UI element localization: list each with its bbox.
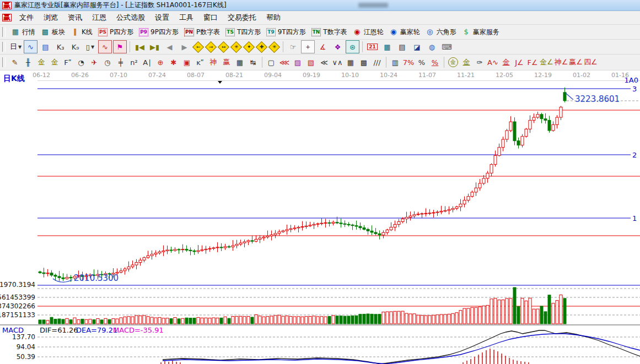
tool-first-page[interactable]: ▮◀: [133, 40, 147, 53]
tool-gold-angle[interactable]: 金∠: [540, 56, 553, 69]
tool-diamond-plus[interactable]: ✚: [256, 41, 267, 52]
tool-kline[interactable]: ∥K线: [68, 26, 95, 39]
tool-quotes[interactable]: ▦行情: [8, 26, 38, 39]
tool-k9-view[interactable]: K₉: [68, 40, 82, 53]
tool-last-page[interactable]: ▶▮: [148, 40, 162, 53]
tool-hand-tool[interactable]: ☞: [286, 40, 300, 53]
tool-t-number-table[interactable]: TNT数字表: [309, 26, 350, 39]
tool-diamond-both[interactable]: ↔: [218, 41, 229, 52]
tool-hexagon[interactable]: ◎六角形: [423, 26, 459, 39]
tool-a-wave[interactable]: A∿: [487, 56, 499, 69]
menu-item-settings[interactable]: 设置: [150, 12, 174, 24]
tool-gold-circle[interactable]: 金: [447, 56, 459, 69]
tool-clock-cycle[interactable]: ◷: [101, 56, 114, 69]
tool-gold-ladder-2[interactable]: 金: [49, 56, 61, 69]
menu-item-help[interactable]: 帮助: [262, 12, 285, 24]
tool-9p-square[interactable]: P99P四方形: [136, 26, 181, 39]
menu-item-tools[interactable]: 工具: [175, 12, 198, 24]
date-tick: 12-05: [496, 72, 513, 79]
tool-diamond-star-2[interactable]: ✳: [268, 41, 280, 52]
tool-mark-pen[interactable]: ✑: [474, 56, 486, 69]
tool-info-panel[interactable]: ▤: [39, 40, 52, 53]
menu-item-news[interactable]: 资讯: [63, 12, 87, 24]
tool-k3-view[interactable]: K₃: [53, 40, 67, 53]
tool-gann-shape-tool[interactable]: ❖: [331, 40, 345, 53]
tool-winner-service[interactable]: $赢家服务: [459, 26, 502, 39]
tool-gold-ladder-1[interactable]: 金: [35, 56, 47, 69]
menu-item-browse[interactable]: 浏览: [39, 12, 62, 24]
tool-target-cross[interactable]: ⊕: [154, 56, 166, 69]
chart-area[interactable]: 06-1206-2607-1007-2408-0708-2109-0409-19…: [0, 70, 640, 364]
tool-boxed-grid[interactable]: ▣: [181, 56, 193, 69]
tool-shen-ladder[interactable]: 神: [207, 56, 219, 69]
tool-p-number-table[interactable]: PNP数字表: [181, 26, 223, 39]
tool-percent[interactable]: %: [416, 56, 428, 69]
tool-rocket-pen[interactable]: ✈: [88, 56, 100, 69]
tool-diamond-center[interactable]: ✦: [243, 41, 255, 52]
tool-j-angle[interactable]: J∠: [513, 56, 525, 69]
tool-notes[interactable]: ▤: [395, 40, 409, 53]
tool-four-angle[interactable]: 四∠: [584, 56, 598, 69]
tool-diamond-left[interactable]: ←: [192, 41, 204, 52]
kline-chart[interactable]: 06-1206-2607-1007-2408-0708-2109-0409-19…: [0, 70, 640, 364]
tool-diamond-star[interactable]: ✳: [230, 41, 242, 52]
tool-t-square[interactable]: TST四方形: [223, 26, 263, 39]
tool-shen-angle[interactable]: 神∠: [555, 56, 568, 69]
tool-parallel-lines[interactable]: ///: [371, 56, 383, 69]
tool-9t-square[interactable]: T99T四方形: [263, 26, 308, 39]
tool-mesh-tool[interactable]: ⊛: [346, 40, 359, 53]
tool-web-save[interactable]: ◍: [425, 40, 439, 53]
tool-fan-lines[interactable]: ⋘: [278, 56, 291, 69]
tool-p-square[interactable]: PSP四方形: [95, 26, 136, 39]
menu-item-file[interactable]: 文件: [15, 12, 38, 24]
tool-pencil-fan[interactable]: ≪: [318, 56, 330, 69]
tool-winner-wheel[interactable]: ◉赢家轮: [386, 26, 423, 39]
tool-box-tool[interactable]: ▢: [265, 56, 277, 69]
tool-flag-histogram-tool[interactable]: ⚑: [113, 40, 127, 53]
tool-remote-pc[interactable]: ⌨: [440, 40, 454, 53]
tool-candle-style[interactable]: ▯▼: [83, 40, 97, 53]
toolbar-separator: [444, 57, 444, 68]
tool-sectors[interactable]: ▩板块: [38, 26, 68, 39]
menu-item-window[interactable]: 窗口: [199, 12, 222, 24]
tool-width-measure[interactable]: ↹: [247, 56, 259, 69]
tool-percent-line[interactable]: %: [429, 56, 441, 69]
tool-bar-panel[interactable]: ▥: [389, 56, 401, 69]
tool-dense-grid[interactable]: ▦: [234, 56, 246, 69]
tool-save[interactable]: ◪: [410, 40, 424, 53]
tool-fan-box-purple[interactable]: ▨: [292, 56, 304, 69]
tool-next-page[interactable]: ▶: [178, 40, 191, 53]
tool-grid-b[interactable]: ▩: [358, 56, 370, 69]
tool-draw-pen[interactable]: ✎: [9, 56, 21, 69]
tool-calculator[interactable]: ▦: [380, 40, 394, 53]
tool-win-ladder[interactable]: 赢: [220, 56, 233, 69]
tool-angle-tool[interactable]: ∡: [316, 40, 330, 53]
tool-percent-7[interactable]: 7%: [402, 56, 415, 69]
tool-gann-ladder-1[interactable]: ╫: [22, 56, 34, 69]
tool-k-marks[interactable]: ĸʺ: [194, 56, 206, 69]
menu-item-gann[interactable]: 江恩: [88, 12, 111, 24]
tool-zigzag-lines[interactable]: ∨∧: [331, 56, 343, 69]
tool-fan-box-red[interactable]: ▧: [305, 56, 317, 69]
tool-gann-wheel[interactable]: ◉江恩轮: [350, 26, 386, 39]
tool-red-trend-tool[interactable]: ∿: [98, 40, 112, 53]
tool-blue-trend-tool[interactable]: ∿: [24, 40, 37, 53]
tool-spiral-cycle[interactable]: ◔: [75, 56, 87, 69]
tool-period-selector[interactable]: 日▼: [9, 40, 23, 53]
tool-prev-page[interactable]: ◀: [163, 40, 176, 53]
menu-item-formula-stock-pick[interactable]: 公式选股: [112, 12, 149, 24]
tool-gold-levels-red[interactable]: 金: [500, 56, 512, 69]
tool-star-rays[interactable]: ✱: [168, 56, 180, 69]
tool-f-angle[interactable]: F∠: [526, 56, 539, 69]
tool-calendar[interactable]: 21: [365, 40, 379, 53]
tool-crosshair-tool[interactable]: ＋: [301, 40, 315, 53]
tool-n-square[interactable]: n²: [128, 56, 140, 69]
tool-diamond-right[interactable]: →: [205, 41, 217, 52]
menu-item-trade-order[interactable]: 交易委托: [223, 12, 261, 24]
tool-win-angle[interactable]: 赢∠: [569, 56, 583, 69]
tool-gann-ladder-2[interactable]: ╪: [115, 56, 127, 69]
tool-f-ladder[interactable]: Fʺ: [62, 56, 74, 69]
tool-grid-a[interactable]: ▦: [345, 56, 357, 69]
tool-a-ruler[interactable]: A∣: [141, 56, 153, 69]
tool-gold-levels[interactable]: 金: [460, 56, 472, 69]
